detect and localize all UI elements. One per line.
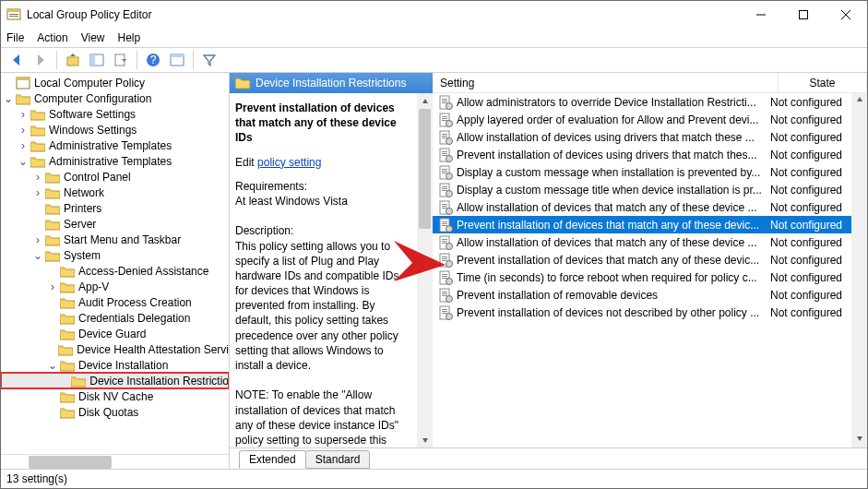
svg-rect-26 <box>442 120 447 121</box>
tree-start-menu-taskbar[interactable]: ›Start Menu and Taskbar <box>1 232 229 247</box>
tree-hscroll[interactable] <box>1 454 229 469</box>
list-vscroll[interactable] <box>851 93 867 447</box>
expand-icon[interactable]: ⌄ <box>1 91 16 106</box>
list-row[interactable]: Allow installation of devices that match… <box>433 198 851 216</box>
svg-rect-75 <box>442 293 447 294</box>
tree-audit-process[interactable]: Audit Process Creation <box>1 294 229 310</box>
svg-rect-59 <box>442 239 447 240</box>
tree-credentials[interactable]: Credentials Delegation <box>1 310 229 326</box>
help-button[interactable]: ? <box>143 50 163 70</box>
tree-label: Start Menu and Taskbar <box>64 233 181 246</box>
expand-icon[interactable]: › <box>45 280 60 294</box>
list-row[interactable]: Time (in seconds) to force reboot when r… <box>433 268 851 286</box>
tree-admin-templates-1[interactable]: ›Administrative Templates <box>1 137 229 153</box>
tree-device-guard[interactable]: Device Guard <box>1 326 229 341</box>
filter-button[interactable] <box>199 50 220 70</box>
list-row[interactable]: Allow installation of devices that match… <box>433 233 851 251</box>
svg-point-22 <box>446 102 453 109</box>
tree-windows-settings[interactable]: ›Windows Settings <box>1 122 229 137</box>
svg-point-82 <box>446 313 453 319</box>
tree-label: Windows Settings <box>49 124 137 137</box>
tree-disk-quotas[interactable]: Disk Quotas <box>1 404 229 420</box>
list-row[interactable]: Prevent installation of devices using dr… <box>433 146 851 163</box>
svg-rect-46 <box>442 190 447 191</box>
setting-state: Not configured <box>763 306 851 319</box>
expand-icon[interactable]: › <box>16 138 30 153</box>
minimize-button[interactable] <box>740 1 782 29</box>
svg-rect-20 <box>442 101 447 101</box>
list-row[interactable]: Display a custom message title when devi… <box>433 181 851 198</box>
status-text: 13 setting(s) <box>6 472 67 485</box>
tree-label: Disk NV Cache <box>78 390 153 403</box>
svg-rect-81 <box>442 313 447 314</box>
tree-network[interactable]: ›Network <box>1 185 229 200</box>
tab-standard[interactable]: Standard <box>305 450 371 469</box>
menu-view[interactable]: View <box>81 31 105 44</box>
svg-rect-80 <box>442 311 447 312</box>
column-state[interactable]: State <box>779 73 867 92</box>
menu-help[interactable]: Help <box>118 31 141 44</box>
list-row[interactable]: Apply layered order of evaluation for Al… <box>433 111 851 128</box>
expand-icon[interactable]: ⌄ <box>16 154 30 169</box>
edit-prefix: Edit <box>235 156 255 169</box>
expand-icon[interactable]: › <box>30 185 45 200</box>
expand-icon[interactable]: › <box>30 170 45 185</box>
svg-point-77 <box>446 295 453 302</box>
export-list-button[interactable] <box>111 50 131 70</box>
tree-appv[interactable]: ›App-V <box>1 279 229 294</box>
maximize-button[interactable] <box>782 1 825 29</box>
list-row[interactable]: Display a custom message when installati… <box>433 163 851 181</box>
menu-action[interactable]: Action <box>37 31 67 44</box>
setting-state: Not configured <box>763 219 851 232</box>
list-row[interactable]: Prevent installation of devices that mat… <box>433 251 851 268</box>
tree-root[interactable]: Local Computer Policy <box>1 75 229 90</box>
tree-server[interactable]: Server <box>1 216 229 232</box>
edit-policy-link[interactable]: policy setting <box>257 156 321 169</box>
list-row[interactable]: Allow administrators to override Device … <box>433 93 851 111</box>
tree-system[interactable]: ⌄System <box>1 247 229 263</box>
description-p2: NOTE: To enable the "Allow installation … <box>235 388 411 447</box>
tree-device-health[interactable]: Device Health Attestation Servi <box>1 341 229 357</box>
tree-disk-nv-cache[interactable]: Disk NV Cache <box>1 388 229 404</box>
list-row[interactable]: Prevent installation of removable device… <box>433 286 851 304</box>
tree-admin-templates-2[interactable]: ⌄Administrative Templates <box>1 153 229 169</box>
tree-software-settings[interactable]: ›Software Settings <box>1 106 229 122</box>
tree-computer-configuration[interactable]: ⌄Computer Configuration <box>1 90 229 106</box>
expand-icon[interactable]: ⌄ <box>45 358 60 373</box>
list-row[interactable]: Prevent installation of devices not desc… <box>433 304 851 321</box>
expand-icon[interactable]: › <box>16 123 30 137</box>
svg-rect-64 <box>442 256 447 257</box>
column-setting[interactable]: Setting <box>433 73 779 92</box>
details-vscroll[interactable] <box>417 93 433 447</box>
svg-rect-60 <box>442 241 447 242</box>
tree-device-installation-restrictions[interactable]: Device Installation Restrictio <box>1 373 229 388</box>
svg-rect-2 <box>9 14 18 15</box>
tree-access-denied[interactable]: Access-Denied Assistance <box>1 263 229 279</box>
tree-device-installation[interactable]: ⌄Device Installation <box>1 357 229 373</box>
tab-bar: Extended Standard <box>230 448 867 469</box>
forward-button[interactable] <box>30 50 51 70</box>
show-hide-tree-button[interactable] <box>87 50 107 70</box>
tree-control-panel[interactable]: ›Control Panel <box>1 169 229 185</box>
menu-file[interactable]: File <box>6 31 24 44</box>
window-title: Local Group Policy Editor <box>27 8 740 21</box>
description-p1: This policy setting allows you to specif… <box>235 239 411 374</box>
tree-label: Credentials Delegation <box>78 312 190 325</box>
tab-extended[interactable]: Extended <box>239 450 306 469</box>
expand-icon[interactable]: › <box>16 107 30 122</box>
expand-icon[interactable]: ⌄ <box>30 248 45 263</box>
list-row[interactable]: Allow installation of devices using driv… <box>433 128 851 146</box>
details-header-label: Device Installation Restrictions <box>256 77 406 89</box>
tree-label: Administrative Templates <box>49 155 172 168</box>
up-button[interactable] <box>63 50 83 70</box>
setting-label: Prevent installation of devices not desc… <box>457 306 763 319</box>
svg-point-57 <box>446 225 453 232</box>
tree-printers[interactable]: Printers <box>1 200 229 216</box>
list-row[interactable]: Prevent installation of devices that mat… <box>433 216 851 233</box>
setting-label: Prevent installation of devices that mat… <box>457 219 763 232</box>
expand-icon[interactable]: › <box>30 233 45 247</box>
properties-button[interactable] <box>167 50 187 70</box>
svg-rect-21 <box>442 102 447 103</box>
close-button[interactable] <box>825 1 867 29</box>
back-button[interactable] <box>6 50 27 70</box>
